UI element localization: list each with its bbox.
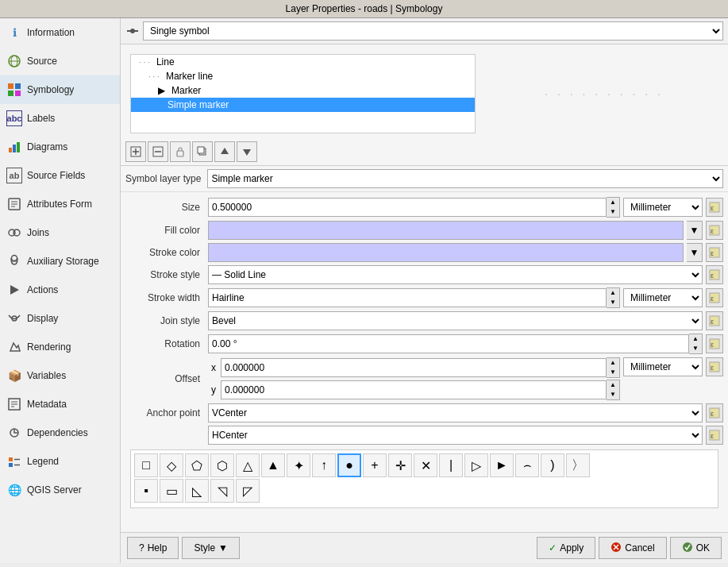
fill-color-expr-button[interactable]: ε — [706, 221, 723, 240]
shape-tri-down[interactable]: ◸ — [236, 479, 260, 503]
size-unit-select[interactable]: Millimeter Pixel Point Inch Map unit — [623, 198, 703, 217]
shape-paren[interactable]: ) — [541, 453, 564, 477]
fill-color-button[interactable] — [208, 221, 684, 240]
shape-tri-right[interactable]: ◺ — [185, 479, 209, 503]
shape-small-square[interactable]: ▪ — [134, 479, 158, 503]
anchor-vcenter-select[interactable]: VCenter Top Bottom — [208, 403, 703, 422]
labels-icon: abc — [6, 110, 22, 126]
stroke-style-expr-button[interactable]: ε — [706, 265, 723, 284]
offset-y-up[interactable]: ▲ — [607, 380, 619, 390]
sidebar-item-actions[interactable]: Actions — [0, 276, 120, 304]
stroke-width-input[interactable] — [208, 288, 607, 307]
add-layer-button[interactable] — [125, 141, 146, 162]
sidebar-item-qgis-server[interactable]: 🌐 QGIS Server — [0, 476, 120, 504]
sidebar-item-source[interactable]: Source — [0, 47, 120, 75]
sidebar-item-labels[interactable]: abc Labels — [0, 104, 120, 133]
stroke-color-expr-button[interactable]: ε — [706, 243, 723, 262]
sidebar-item-legend[interactable]: Legend — [0, 447, 120, 476]
anchor-hcenter-select[interactable]: HCenter Left Right — [208, 426, 703, 445]
rotation-up[interactable]: ▲ — [689, 334, 702, 344]
join-style-select[interactable]: Bevel Miter Round — [208, 311, 703, 330]
sidebar-symbology-label: Symbology — [27, 84, 74, 95]
shape-arc[interactable]: ⌢ — [515, 453, 539, 477]
stroke-color-button[interactable] — [208, 243, 684, 262]
sidebar-item-information[interactable]: ℹ Information — [0, 18, 120, 47]
offset-x-up[interactable]: ▲ — [607, 358, 619, 368]
stroke-width-unit[interactable]: Millimeter Pixel — [623, 288, 703, 307]
shape-star[interactable]: ✦ — [287, 453, 310, 477]
size-input[interactable] — [208, 198, 607, 217]
help-button[interactable]: ? Help — [127, 537, 179, 559]
shape-rect-h[interactable]: ▭ — [160, 479, 183, 503]
stroke-width-down[interactable]: ▼ — [607, 298, 619, 307]
offset-expr-button[interactable]: ε — [706, 357, 723, 376]
shape-line[interactable]: | — [439, 453, 463, 477]
shape-cross[interactable]: + — [363, 453, 387, 477]
shape-arrow-up[interactable]: ↑ — [312, 453, 336, 477]
duplicate-layer-button[interactable] — [192, 141, 213, 162]
stroke-width-expr-button[interactable]: ε — [706, 288, 723, 307]
sidebar-item-metadata[interactable]: Metadata — [0, 390, 120, 418]
sidebar-item-dependencies[interactable]: Dependencies — [0, 418, 120, 447]
shape-circle[interactable]: ● — [337, 453, 361, 477]
stroke-color-arrow[interactable]: ▼ — [687, 243, 703, 262]
shape-arrow-right2[interactable]: ► — [490, 453, 514, 477]
svg-point-15 — [13, 230, 20, 236]
sidebar-item-auxiliary-storage[interactable]: Auxiliary Storage — [0, 247, 120, 276]
shape-pentagon[interactable]: ⬠ — [185, 453, 209, 477]
lock-layer-button[interactable] — [170, 141, 191, 162]
sidebar-item-attributes-form[interactable]: Attributes Form — [0, 190, 120, 218]
shape-x[interactable]: ✕ — [414, 453, 437, 477]
apply-button[interactable]: ✓ Apply — [537, 537, 595, 559]
offset-unit-select[interactable]: Millimeter Pixel — [623, 357, 703, 376]
stroke-style-select[interactable]: — Solid Line --- Dash Line ... Dot Line … — [208, 265, 703, 284]
symbol-layer-type-select[interactable]: Simple marker Ellipse marker Font marker… — [207, 169, 723, 188]
style-button[interactable]: Style ▼ — [182, 537, 240, 559]
sidebar-item-rendering[interactable]: Rendering — [0, 333, 120, 361]
sidebar-metadata-label: Metadata — [27, 399, 67, 410]
tree-item-marker[interactable]: ▶ Marker — [131, 83, 475, 98]
shape-angle[interactable]: 〉 — [566, 453, 590, 477]
fill-color-arrow[interactable]: ▼ — [687, 221, 703, 240]
size-up-button[interactable]: ▲ — [607, 198, 619, 207]
sidebar-item-joins[interactable]: Joins — [0, 218, 120, 247]
anchor-vcenter-expr-button[interactable]: ε — [706, 403, 723, 422]
size-down-button[interactable]: ▼ — [607, 207, 619, 217]
offset-y-down[interactable]: ▼ — [607, 390, 619, 399]
ok-button[interactable]: OK — [670, 537, 722, 559]
rotation-expr-button[interactable]: ε — [706, 334, 723, 353]
rotation-input[interactable] — [208, 334, 689, 353]
shape-diamond[interactable]: ◇ — [160, 453, 183, 477]
offset-y-input[interactable] — [221, 380, 607, 399]
move-down-button[interactable] — [237, 141, 257, 162]
tree-item-marker-line[interactable]: · · · Marker line — [131, 69, 475, 83]
symbol-type-dropdown[interactable]: Single symbol Categorized Graduated Rule… — [143, 21, 723, 40]
sidebar-aux-label: Auxiliary Storage — [27, 256, 99, 267]
sidebar-item-source-fields[interactable]: ab Source Fields — [0, 161, 120, 190]
tree-item-simple-marker[interactable]: Simple marker — [131, 98, 475, 112]
join-style-expr-button[interactable]: ε — [706, 311, 723, 330]
remove-layer-button[interactable] — [148, 141, 168, 162]
stroke-width-up[interactable]: ▲ — [607, 288, 619, 298]
diagrams-icon — [6, 139, 22, 155]
sidebar-item-variables[interactable]: 📦 Variables — [0, 361, 120, 390]
shape-square[interactable]: □ — [134, 453, 158, 477]
shape-tri-left[interactable]: ◹ — [210, 479, 234, 503]
join-style-row: Join style Bevel Miter Round ε — [125, 311, 723, 330]
sidebar-item-symbology[interactable]: Symbology — [0, 75, 120, 104]
rotation-down[interactable]: ▼ — [689, 344, 702, 353]
shape-hexagon[interactable]: ⬡ — [210, 453, 234, 477]
size-expr-button[interactable]: ε — [706, 198, 723, 217]
shape-triangle[interactable]: △ — [236, 453, 260, 477]
cancel-button[interactable]: Cancel — [599, 537, 666, 559]
shape-cross-fill[interactable]: ✛ — [388, 453, 412, 477]
tree-item-line[interactable]: · · · Line — [131, 55, 475, 69]
offset-x-input[interactable] — [221, 358, 607, 377]
sidebar-item-diagrams[interactable]: Diagrams — [0, 133, 120, 161]
anchor-hcenter-expr-button[interactable]: ε — [706, 426, 723, 445]
move-up-button[interactable] — [214, 141, 235, 162]
shape-arrow-right[interactable]: ▷ — [464, 453, 488, 477]
sidebar-item-display[interactable]: Display — [0, 304, 120, 333]
shape-triangle2[interactable]: ▲ — [261, 453, 285, 477]
offset-x-down[interactable]: ▼ — [607, 368, 619, 377]
